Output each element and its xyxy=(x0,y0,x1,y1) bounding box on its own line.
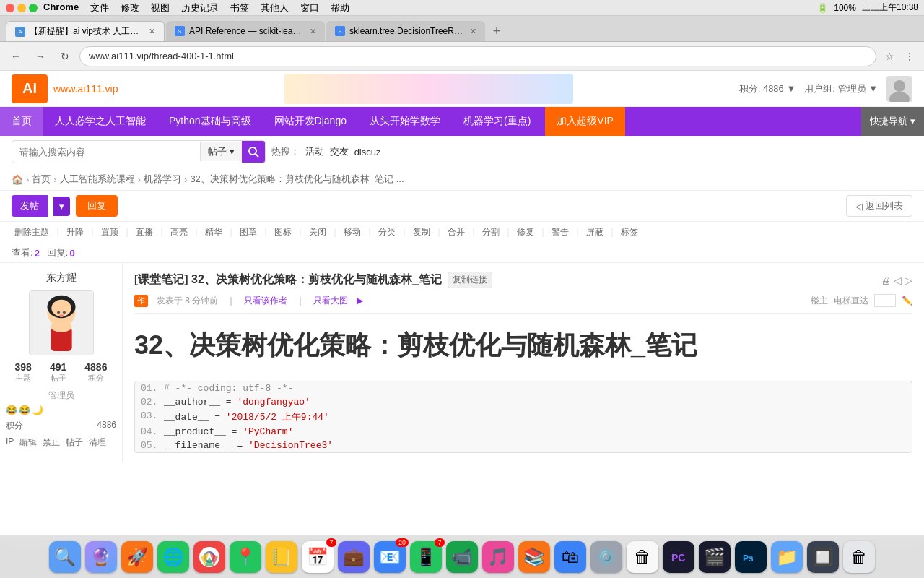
close-window-btn[interactable] xyxy=(6,4,14,12)
edit-post-icon[interactable]: ✏️ xyxy=(902,296,912,306)
tool-merge[interactable]: 合并 xyxy=(445,225,468,240)
nav-python[interactable]: Python基础与高级 xyxy=(157,107,263,136)
dock-chrome[interactable] xyxy=(193,541,225,573)
hot-link-activity[interactable]: 活动 xyxy=(305,145,324,158)
user-avatar-header[interactable] xyxy=(886,76,912,102)
dock-books[interactable]: 📚 xyxy=(518,541,550,573)
nav-django[interactable]: 网站开发Django xyxy=(263,107,358,136)
tool-stamp[interactable]: 图章 xyxy=(237,225,260,240)
tool-highlight[interactable]: 高亮 xyxy=(167,225,191,240)
new-tab-button[interactable]: + xyxy=(487,21,507,41)
dock-safari[interactable]: 🌐 xyxy=(157,541,189,573)
dock-keynote[interactable]: 💼 xyxy=(338,541,370,573)
clear-link[interactable]: 清理 xyxy=(89,436,106,449)
dock-finder[interactable]: 🔍 xyxy=(49,541,81,573)
home-icon[interactable]: 🏠 xyxy=(12,174,23,185)
tab-close-2[interactable]: ✕ xyxy=(310,27,316,36)
tab-close-1[interactable]: ✕ xyxy=(149,27,155,36)
bc-ml[interactable]: 机器学习 xyxy=(144,173,181,186)
tool-elite[interactable]: 精华 xyxy=(202,225,225,240)
nav-home[interactable]: 首页 xyxy=(0,107,43,136)
nav-quick-btn[interactable]: 快捷导航 ▾ xyxy=(861,107,924,136)
mac-menu[interactable]: Chrome 文件 修改 视图 历史记录 书签 其他人 窗口 帮助 xyxy=(43,1,349,14)
menu-file[interactable]: 文件 xyxy=(90,1,109,14)
dock-music[interactable]: 🎵 xyxy=(482,541,514,573)
reload-button[interactable]: ↻ xyxy=(55,46,75,66)
address-input[interactable] xyxy=(79,46,876,66)
dock-trash[interactable]: 🗑 xyxy=(843,541,875,573)
prev-icon[interactable]: ◁ xyxy=(894,275,902,286)
dock-messages[interactable]: 📱 7 xyxy=(410,541,442,573)
reply-button[interactable]: 回复 xyxy=(76,195,118,217)
dock-preview[interactable]: 🗑 xyxy=(627,541,658,573)
menu-help[interactable]: 帮助 xyxy=(331,1,349,14)
tool-tag[interactable]: 标签 xyxy=(618,225,641,240)
dock-dashboard[interactable]: 🔲 xyxy=(807,541,839,573)
hot-link-social[interactable]: 交友 xyxy=(330,145,349,158)
ban-link[interactable]: 禁止 xyxy=(43,436,60,449)
edit-link[interactable]: 编辑 xyxy=(19,436,37,449)
nav-math[interactable]: 从头开始学数学 xyxy=(358,107,452,136)
tool-top[interactable]: 置顶 xyxy=(98,225,121,240)
nav-ai[interactable]: 人人必学之人工智能 xyxy=(43,107,157,136)
dock-facetime[interactable]: 📹 xyxy=(446,541,478,573)
elevator-input[interactable] xyxy=(874,294,896,307)
maximize-window-btn[interactable] xyxy=(29,4,38,12)
bookmark-icon[interactable]: ☆ xyxy=(881,48,898,65)
tab-2[interactable]: S API Reference — scikit-learn ... ✕ xyxy=(166,21,325,41)
dock-appstore[interactable]: 🛍 xyxy=(554,541,586,573)
post-dropdown-button[interactable]: ▾ xyxy=(53,197,70,216)
menu-window[interactable]: 窗口 xyxy=(300,1,319,14)
tool-move[interactable]: 移动 xyxy=(341,225,364,240)
search-submit-button[interactable] xyxy=(242,141,265,163)
tool-icon[interactable]: 图标 xyxy=(271,225,295,240)
tool-delete[interactable]: 删除主题 xyxy=(12,225,52,240)
bc-current[interactable]: 32、决策树优化策略：剪枝优化与随机森林_笔记 ... xyxy=(190,173,404,186)
tool-repair[interactable]: 修复 xyxy=(514,225,537,240)
menu-people[interactable]: 其他人 xyxy=(261,1,289,14)
tool-copy[interactable]: 复制 xyxy=(410,225,433,240)
tool-warn[interactable]: 警告 xyxy=(549,225,572,240)
tool-split[interactable]: 分割 xyxy=(479,225,502,240)
site-logo[interactable]: AI www.ai111.vip xyxy=(12,74,118,103)
dock-settings[interactable]: ⚙️ xyxy=(590,541,622,573)
print-icon[interactable]: 🖨 xyxy=(881,275,891,286)
next-icon[interactable]: ▷ xyxy=(905,275,912,286)
nav-vip[interactable]: 加入超级VIP xyxy=(545,107,625,136)
posts-link[interactable]: 帖子 xyxy=(66,436,83,449)
dock-maps[interactable]: 📍 xyxy=(230,541,261,573)
dock-notes[interactable]: 📒 xyxy=(266,541,297,573)
tool-block[interactable]: 屏蔽 xyxy=(583,225,606,240)
ip-link[interactable]: IP xyxy=(6,436,14,449)
hot-link-discuz[interactable]: discuz xyxy=(354,147,381,158)
window-controls[interactable] xyxy=(6,4,38,12)
tab-1[interactable]: A 【新提醒】ai vip技术 人工智能 ✕ xyxy=(6,21,165,41)
more-options-icon[interactable]: ⋮ xyxy=(901,48,918,65)
menu-history[interactable]: 历史记录 xyxy=(181,1,219,14)
back-button[interactable]: ← xyxy=(6,46,26,66)
bc-ai-course[interactable]: 人工智能系统课程 xyxy=(60,173,135,186)
dock-pycharm[interactable]: PC xyxy=(663,541,694,573)
menu-edit[interactable]: 修改 xyxy=(121,1,139,14)
menu-bookmarks[interactable]: 书签 xyxy=(230,1,249,14)
post-button[interactable]: 发帖 xyxy=(12,195,48,217)
minimize-window-btn[interactable] xyxy=(17,4,26,12)
dock-launchpad[interactable]: 🚀 xyxy=(121,541,153,573)
search-type-dropdown[interactable]: 帖子 ▾ xyxy=(200,142,242,161)
copy-link-btn[interactable]: 复制链接 xyxy=(448,272,492,288)
search-input[interactable] xyxy=(12,144,200,160)
back-to-list-button[interactable]: ◁ 返回列表 xyxy=(846,195,912,217)
only-big-img-link[interactable]: 只看大图 xyxy=(313,295,348,307)
menu-view[interactable]: 视图 xyxy=(151,1,170,14)
tab-close-3[interactable]: ✕ xyxy=(470,27,476,36)
tool-promote[interactable]: 升降 xyxy=(64,225,87,240)
forward-button[interactable]: → xyxy=(30,46,51,66)
dock-calendar[interactable]: 📅 7 xyxy=(302,541,334,573)
dock-siri[interactable]: 🔮 xyxy=(85,541,117,573)
dock-folder[interactable]: 📁 xyxy=(771,541,803,573)
dock-mail[interactable]: 📧 20 xyxy=(374,541,406,573)
dock-photoshop[interactable]: Ps xyxy=(735,541,767,573)
tool-live[interactable]: 直播 xyxy=(133,225,156,240)
tool-category[interactable]: 分类 xyxy=(375,225,398,240)
tab-3[interactable]: S sklearn.tree.DecisionTreeRegr... ✕ xyxy=(326,21,485,41)
